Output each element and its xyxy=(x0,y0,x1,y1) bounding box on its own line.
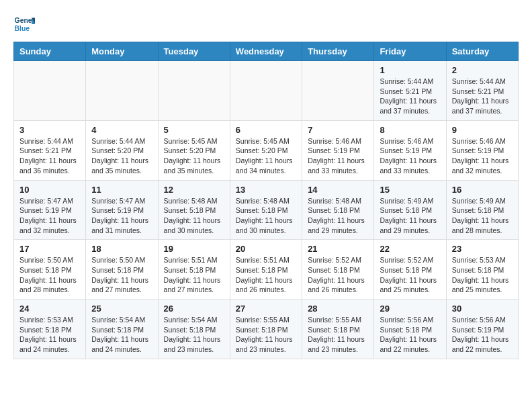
day-number: 20 xyxy=(236,244,296,254)
logo: General Blue xyxy=(13,13,35,35)
calendar-day-cell: 16Sunrise: 5:49 AM Sunset: 5:18 PM Dayli… xyxy=(446,180,518,240)
day-info: Sunrise: 5:46 AM Sunset: 5:19 PM Dayligh… xyxy=(380,136,440,176)
day-info: Sunrise: 5:50 AM Sunset: 5:18 PM Dayligh… xyxy=(19,255,80,295)
calendar-table: SundayMondayTuesdayWednesdayThursdayFrid… xyxy=(13,42,519,359)
calendar-header-cell: Sunday xyxy=(14,42,86,61)
day-info: Sunrise: 5:48 AM Sunset: 5:18 PM Dayligh… xyxy=(164,196,224,236)
day-info: Sunrise: 5:44 AM Sunset: 5:20 PM Dayligh… xyxy=(91,136,152,176)
day-number: 4 xyxy=(91,125,152,135)
day-number: 28 xyxy=(308,304,368,314)
calendar-day-cell: 28Sunrise: 5:55 AM Sunset: 5:18 PM Dayli… xyxy=(302,300,374,359)
day-info: Sunrise: 5:53 AM Sunset: 5:18 PM Dayligh… xyxy=(19,315,80,355)
svg-text:Blue: Blue xyxy=(15,25,30,32)
day-number: 3 xyxy=(19,125,80,135)
day-number: 6 xyxy=(236,125,296,135)
calendar-day-cell xyxy=(14,61,86,121)
calendar-day-cell: 14Sunrise: 5:48 AM Sunset: 5:18 PM Dayli… xyxy=(302,180,374,240)
logo-icon: General Blue xyxy=(13,13,35,35)
calendar-day-cell: 26Sunrise: 5:54 AM Sunset: 5:18 PM Dayli… xyxy=(158,300,230,359)
day-info: Sunrise: 5:47 AM Sunset: 5:19 PM Dayligh… xyxy=(19,196,80,236)
day-number: 1 xyxy=(380,65,440,75)
calendar-header-cell: Monday xyxy=(86,42,158,61)
day-number: 16 xyxy=(452,185,513,195)
calendar-day-cell: 17Sunrise: 5:50 AM Sunset: 5:18 PM Dayli… xyxy=(14,240,86,300)
calendar-week-row: 1Sunrise: 5:44 AM Sunset: 5:21 PM Daylig… xyxy=(14,61,519,121)
day-number: 7 xyxy=(308,125,368,135)
calendar-day-cell: 30Sunrise: 5:56 AM Sunset: 5:19 PM Dayli… xyxy=(446,300,518,359)
calendar-day-cell: 8Sunrise: 5:46 AM Sunset: 5:19 PM Daylig… xyxy=(374,120,446,180)
day-number: 29 xyxy=(380,304,440,314)
calendar-header-cell: Tuesday xyxy=(158,42,230,61)
day-number: 17 xyxy=(19,244,80,254)
day-info: Sunrise: 5:55 AM Sunset: 5:18 PM Dayligh… xyxy=(308,315,368,355)
calendar-day-cell: 27Sunrise: 5:55 AM Sunset: 5:18 PM Dayli… xyxy=(230,300,302,359)
day-number: 8 xyxy=(380,125,440,135)
calendar-week-row: 17Sunrise: 5:50 AM Sunset: 5:18 PM Dayli… xyxy=(14,240,519,300)
calendar-day-cell: 20Sunrise: 5:51 AM Sunset: 5:18 PM Dayli… xyxy=(230,240,302,300)
day-number: 14 xyxy=(308,185,368,195)
calendar-day-cell: 4Sunrise: 5:44 AM Sunset: 5:20 PM Daylig… xyxy=(86,120,158,180)
calendar-header: SundayMondayTuesdayWednesdayThursdayFrid… xyxy=(14,42,519,61)
day-number: 13 xyxy=(236,185,296,195)
day-info: Sunrise: 5:53 AM Sunset: 5:18 PM Dayligh… xyxy=(452,255,513,295)
calendar-day-cell: 15Sunrise: 5:49 AM Sunset: 5:18 PM Dayli… xyxy=(374,180,446,240)
header: General Blue xyxy=(13,13,519,35)
day-info: Sunrise: 5:48 AM Sunset: 5:18 PM Dayligh… xyxy=(308,196,368,236)
day-number: 11 xyxy=(91,185,152,195)
calendar-header-cell: Friday xyxy=(374,42,446,61)
calendar-header-cell: Wednesday xyxy=(230,42,302,61)
day-number: 9 xyxy=(452,125,513,135)
calendar-day-cell: 10Sunrise: 5:47 AM Sunset: 5:19 PM Dayli… xyxy=(14,180,86,240)
calendar-day-cell: 7Sunrise: 5:46 AM Sunset: 5:19 PM Daylig… xyxy=(302,120,374,180)
day-number: 23 xyxy=(452,244,513,254)
calendar-day-cell: 18Sunrise: 5:50 AM Sunset: 5:18 PM Dayli… xyxy=(86,240,158,300)
day-number: 10 xyxy=(19,185,80,195)
calendar-day-cell: 19Sunrise: 5:51 AM Sunset: 5:18 PM Dayli… xyxy=(158,240,230,300)
day-info: Sunrise: 5:46 AM Sunset: 5:19 PM Dayligh… xyxy=(308,136,368,176)
calendar-header-cell: Saturday xyxy=(446,42,518,61)
calendar-day-cell xyxy=(86,61,158,121)
day-info: Sunrise: 5:48 AM Sunset: 5:18 PM Dayligh… xyxy=(236,196,296,236)
calendar-day-cell: 29Sunrise: 5:56 AM Sunset: 5:18 PM Dayli… xyxy=(374,300,446,359)
calendar-day-cell: 2Sunrise: 5:44 AM Sunset: 5:21 PM Daylig… xyxy=(446,61,518,121)
calendar-day-cell xyxy=(302,61,374,121)
day-info: Sunrise: 5:44 AM Sunset: 5:21 PM Dayligh… xyxy=(452,77,513,116)
day-info: Sunrise: 5:46 AM Sunset: 5:19 PM Dayligh… xyxy=(452,136,513,176)
day-number: 30 xyxy=(452,304,513,314)
day-number: 24 xyxy=(19,304,80,314)
calendar-day-cell xyxy=(230,61,302,121)
day-info: Sunrise: 5:51 AM Sunset: 5:18 PM Dayligh… xyxy=(164,255,224,295)
day-info: Sunrise: 5:52 AM Sunset: 5:18 PM Dayligh… xyxy=(308,255,368,295)
calendar-day-cell: 12Sunrise: 5:48 AM Sunset: 5:18 PM Dayli… xyxy=(158,180,230,240)
day-info: Sunrise: 5:49 AM Sunset: 5:18 PM Dayligh… xyxy=(452,196,513,236)
calendar-day-cell: 21Sunrise: 5:52 AM Sunset: 5:18 PM Dayli… xyxy=(302,240,374,300)
calendar-week-row: 3Sunrise: 5:44 AM Sunset: 5:21 PM Daylig… xyxy=(14,120,519,180)
day-info: Sunrise: 5:50 AM Sunset: 5:18 PM Dayligh… xyxy=(91,255,152,295)
day-number: 5 xyxy=(164,125,224,135)
calendar-day-cell xyxy=(158,61,230,121)
calendar-day-cell: 5Sunrise: 5:45 AM Sunset: 5:20 PM Daylig… xyxy=(158,120,230,180)
calendar-day-cell: 11Sunrise: 5:47 AM Sunset: 5:19 PM Dayli… xyxy=(86,180,158,240)
day-info: Sunrise: 5:44 AM Sunset: 5:21 PM Dayligh… xyxy=(19,136,80,176)
calendar-day-cell: 22Sunrise: 5:52 AM Sunset: 5:18 PM Dayli… xyxy=(374,240,446,300)
day-info: Sunrise: 5:51 AM Sunset: 5:18 PM Dayligh… xyxy=(236,255,296,295)
calendar-header-cell: Thursday xyxy=(302,42,374,61)
day-info: Sunrise: 5:45 AM Sunset: 5:20 PM Dayligh… xyxy=(236,136,296,176)
day-number: 21 xyxy=(308,244,368,254)
day-number: 22 xyxy=(380,244,440,254)
day-info: Sunrise: 5:49 AM Sunset: 5:18 PM Dayligh… xyxy=(380,196,440,236)
calendar-day-cell: 24Sunrise: 5:53 AM Sunset: 5:18 PM Dayli… xyxy=(14,300,86,359)
calendar-day-cell: 25Sunrise: 5:54 AM Sunset: 5:18 PM Dayli… xyxy=(86,300,158,359)
day-info: Sunrise: 5:45 AM Sunset: 5:20 PM Dayligh… xyxy=(164,136,224,176)
day-info: Sunrise: 5:54 AM Sunset: 5:18 PM Dayligh… xyxy=(164,315,224,355)
day-info: Sunrise: 5:56 AM Sunset: 5:19 PM Dayligh… xyxy=(452,315,513,355)
day-number: 18 xyxy=(91,244,152,254)
day-number: 26 xyxy=(164,304,224,314)
calendar-week-row: 10Sunrise: 5:47 AM Sunset: 5:19 PM Dayli… xyxy=(14,180,519,240)
calendar-week-row: 24Sunrise: 5:53 AM Sunset: 5:18 PM Dayli… xyxy=(14,300,519,359)
calendar-day-cell: 13Sunrise: 5:48 AM Sunset: 5:18 PM Dayli… xyxy=(230,180,302,240)
day-info: Sunrise: 5:47 AM Sunset: 5:19 PM Dayligh… xyxy=(91,196,152,236)
day-info: Sunrise: 5:52 AM Sunset: 5:18 PM Dayligh… xyxy=(380,255,440,295)
calendar-day-cell: 6Sunrise: 5:45 AM Sunset: 5:20 PM Daylig… xyxy=(230,120,302,180)
calendar-body: 1Sunrise: 5:44 AM Sunset: 5:21 PM Daylig… xyxy=(14,61,519,359)
